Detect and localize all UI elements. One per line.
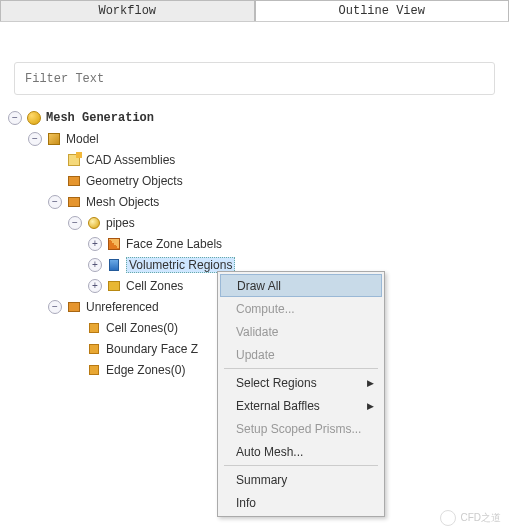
tab-outline-view[interactable]: Outline View: [255, 0, 510, 21]
tree-label: Face Zone Labels: [126, 237, 222, 251]
collapse-icon[interactable]: −: [48, 300, 62, 314]
tree-label: Mesh Generation: [46, 111, 154, 125]
unreferenced-icon: [66, 299, 82, 315]
submenu-arrow-icon: ▶: [367, 401, 374, 411]
tree-label: CAD Assemblies: [86, 153, 175, 167]
tree-node-model[interactable]: − Model: [8, 128, 509, 149]
tree-node-face-zone-labels[interactable]: + Face Zone Labels: [8, 233, 509, 254]
submenu-arrow-icon: ▶: [367, 378, 374, 388]
filter-container: [14, 62, 495, 95]
cad-icon: [66, 152, 82, 168]
box-icon: [46, 131, 62, 147]
menu-update[interactable]: Update: [220, 343, 382, 366]
collapse-icon[interactable]: −: [28, 132, 42, 146]
pipes-icon: [86, 215, 102, 231]
tree-label: Model: [66, 132, 99, 146]
expand-icon[interactable]: +: [88, 258, 102, 272]
menu-validate[interactable]: Validate: [220, 320, 382, 343]
menu-compute[interactable]: Compute...: [220, 297, 382, 320]
square-icon: [86, 341, 102, 357]
tree-label: Unreferenced: [86, 300, 159, 314]
tree-label: Boundary Face Z: [106, 342, 198, 356]
tree-label: Geometry Objects: [86, 174, 183, 188]
expand-icon[interactable]: +: [88, 279, 102, 293]
tree-node-cad-assemblies[interactable]: CAD Assemblies: [8, 149, 509, 170]
tree-label: Mesh Objects: [86, 195, 159, 209]
tree-node-geometry-objects[interactable]: Geometry Objects: [8, 170, 509, 191]
tree-node-mesh-generation[interactable]: − Mesh Generation: [8, 107, 509, 128]
menu-external-baffles[interactable]: External Baffles▶: [220, 394, 382, 417]
tree-node-mesh-objects[interactable]: − Mesh Objects: [8, 191, 509, 212]
filter-input[interactable]: [25, 72, 484, 86]
collapse-icon[interactable]: −: [68, 216, 82, 230]
menu-auto-mesh[interactable]: Auto Mesh...: [220, 440, 382, 463]
tree-label: Edge Zones(0): [106, 363, 185, 377]
volumetric-icon: [106, 257, 122, 273]
watermark: CFD之道: [440, 510, 501, 526]
geometry-icon: [66, 173, 82, 189]
collapse-icon[interactable]: −: [8, 111, 22, 125]
cell-zones-icon: [106, 278, 122, 294]
watermark-icon: [440, 510, 456, 526]
expand-icon[interactable]: +: [88, 237, 102, 251]
context-menu: Draw All Compute... Validate Update Sele…: [217, 271, 385, 517]
tree-label: Cell Zones(0): [106, 321, 178, 335]
menu-select-regions[interactable]: Select Regions▶: [220, 371, 382, 394]
square-icon: [86, 362, 102, 378]
globe-icon: [26, 110, 42, 126]
tab-workflow[interactable]: Workflow: [0, 0, 255, 21]
menu-separator: [224, 368, 378, 369]
menu-draw-all[interactable]: Draw All: [220, 274, 382, 297]
menu-summary[interactable]: Summary: [220, 468, 382, 491]
tree-label: Cell Zones: [126, 279, 183, 293]
face-zone-icon: [106, 236, 122, 252]
tree-label: pipes: [106, 216, 135, 230]
menu-separator: [224, 465, 378, 466]
square-icon: [86, 320, 102, 336]
collapse-icon[interactable]: −: [48, 195, 62, 209]
tree-node-pipes[interactable]: − pipes: [8, 212, 509, 233]
menu-info[interactable]: Info: [220, 491, 382, 514]
mesh-objects-icon: [66, 194, 82, 210]
menu-setup-scoped-prisms[interactable]: Setup Scoped Prisms...: [220, 417, 382, 440]
